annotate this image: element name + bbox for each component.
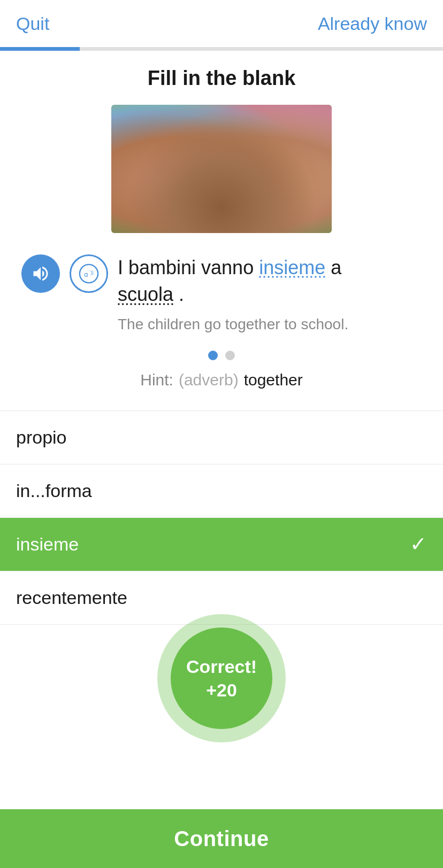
lesson-image xyxy=(111,105,332,233)
option-item-3[interactable]: insieme ✓ xyxy=(0,518,443,571)
options-list: propio in...forma insieme ✓ recentemente xyxy=(0,410,443,625)
already-know-button[interactable]: Already know xyxy=(318,13,427,34)
hint-row: Hint: (adverb) together xyxy=(21,371,422,389)
progress-bar-container xyxy=(0,47,443,51)
correct-badge-text-line1: Correct! xyxy=(186,655,257,678)
check-icon: ✓ xyxy=(410,532,427,556)
sentence-part2: a xyxy=(325,257,341,278)
option-item-2[interactable]: in...forma xyxy=(0,464,443,518)
svg-text:ɑ
          )): ɑ )) xyxy=(84,269,94,278)
sentence-part1: I bambini vanno xyxy=(118,257,259,278)
main-content: Fill in the blank ɑ )) I bambini vanno i… xyxy=(0,51,443,389)
progress-bar-fill xyxy=(0,47,80,51)
translation-text: The children go together to school. xyxy=(118,314,422,335)
option-text-4: recentemente xyxy=(16,587,127,608)
slow-audio-icon: ɑ )) xyxy=(79,264,99,284)
option-text-3: insieme xyxy=(16,534,79,555)
section-title: Fill in the blank xyxy=(21,67,422,90)
sentence-highlight: insieme xyxy=(259,257,325,278)
hint-type: (adverb) xyxy=(179,371,239,389)
continue-button[interactable]: Continue xyxy=(0,809,443,868)
option-text-1: propio xyxy=(16,427,67,448)
dot-2 xyxy=(225,351,235,360)
correct-badge-outer: Correct! +20 xyxy=(157,614,286,742)
hint-label: Hint: xyxy=(140,371,173,389)
sentence-period: . xyxy=(173,283,184,305)
correct-badge-inner: Correct! +20 xyxy=(171,627,272,729)
dot-1 xyxy=(208,351,218,360)
sentence-text: I bambini vanno insieme ascuola . xyxy=(118,254,422,308)
header: Quit Already know xyxy=(0,0,443,47)
sentence-part3: scuola xyxy=(118,283,173,305)
option-text-2: in...forma xyxy=(16,480,92,501)
audio-slow-button[interactable]: ɑ )) xyxy=(70,254,108,293)
pagination-dots xyxy=(21,351,422,360)
hint-word: together xyxy=(244,371,303,389)
speaker-icon xyxy=(31,264,50,283)
audio-play-button[interactable] xyxy=(21,254,60,293)
correct-badge-wrapper: Correct! +20 xyxy=(0,614,443,742)
sentence-block: I bambini vanno insieme ascuola . The ch… xyxy=(118,254,422,335)
hands-image xyxy=(111,105,332,233)
quit-button[interactable]: Quit xyxy=(16,13,49,34)
audio-row: ɑ )) I bambini vanno insieme ascuola . T… xyxy=(21,254,422,335)
option-item-1[interactable]: propio xyxy=(0,411,443,464)
correct-badge-text-line2: +20 xyxy=(206,678,237,702)
